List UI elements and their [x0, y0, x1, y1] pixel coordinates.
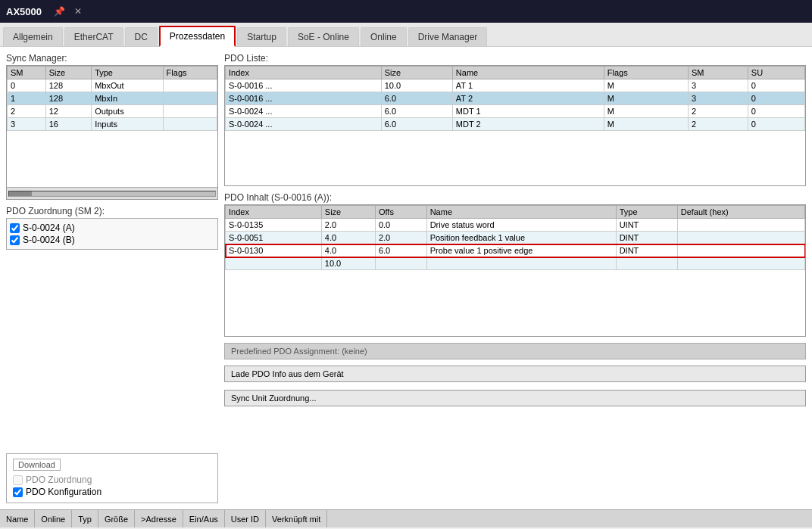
sm-cell: 128: [45, 79, 91, 92]
inhalt-col-index: Index: [226, 206, 322, 219]
pdo-zuordnung-section: PDO Zuordnung (SM 2): S-0-0024 (A) S-0-0…: [6, 206, 218, 250]
table-row[interactable]: 2 12 Outputs: [8, 105, 217, 118]
inhalt-cell: [677, 257, 804, 270]
status-typ: Typ: [72, 510, 98, 527]
pdo-cell: S-0-0024 ...: [226, 105, 382, 118]
scrollbar-thumb[interactable]: [9, 191, 32, 196]
inhalt-col-size: Size: [321, 206, 375, 219]
pdo-col-size: Size: [381, 67, 452, 79]
inhalt-cell: 6.0: [375, 244, 426, 257]
inhalt-cell: [375, 257, 426, 270]
inhalt-cell: [677, 219, 804, 232]
pdo-cell: 6.0: [381, 92, 452, 105]
pdo-col-name: Name: [452, 67, 604, 79]
inhalt-cell: S-0-0051: [226, 232, 322, 244]
window-title: AX5000: [6, 6, 42, 17]
lade-pdo-button[interactable]: Lade PDO Info aus dem Gerät: [224, 366, 806, 382]
inhalt-cell: 10.0: [321, 257, 375, 270]
pdo-inhalt-section: PDO Inhalt (S-0-0016 (A)): Index Size Of…: [224, 192, 806, 337]
pdo-liste-container[interactable]: Index Size Name Flags SM SU S-0-0016 ...…: [224, 65, 806, 186]
pdo-cell: 10.0: [381, 79, 452, 92]
table-row[interactable]: 3 16 Inputs: [8, 118, 217, 131]
status-einaus: Ein/Aus: [183, 510, 225, 527]
tab-dc[interactable]: DC: [125, 27, 158, 46]
pdo-cell: M: [604, 118, 688, 131]
pdo-col-index: Index: [226, 67, 382, 79]
pdo-assignment-box: S-0-0024 (A) S-0-0024 (B): [6, 218, 218, 250]
sync-manager-table-container: SM Size Type Flags 0 128 MbxOut: [6, 65, 218, 200]
inhalt-cell: S-0-0130: [226, 244, 322, 257]
table-row[interactable]: S-0-0016 ... 10.0 AT 1 M 3 0: [226, 79, 805, 92]
sm-col-sm: SM: [8, 67, 46, 79]
sm-cell: 0: [8, 79, 46, 92]
inhalt-cell: [616, 257, 677, 270]
pdo-cell: M: [604, 79, 688, 92]
inhalt-col-default: Default (hex): [677, 206, 804, 219]
pdo-cell: M: [604, 92, 688, 105]
sm-cell: MbxIn: [92, 92, 163, 105]
tab-prozessdaten[interactable]: Prozessdaten: [159, 26, 236, 47]
table-row[interactable]: S-0-0024 ... 6.0 MDT 1 M 2 0: [226, 105, 805, 118]
pdo-inhalt-container[interactable]: Index Size Offs Name Type Default (hex) …: [224, 204, 806, 337]
pdo-assignment-item-label-a: S-0-0024 (A): [23, 222, 75, 233]
inhalt-cell: 0.0: [375, 219, 426, 232]
pdo-cell: AT 1: [452, 79, 604, 92]
pdo-col-su: SU: [748, 67, 804, 79]
table-row[interactable]: S-0-0016 ... 6.0 AT 2 M 3 0: [226, 92, 805, 105]
sm-cell: 3: [8, 118, 46, 131]
pdo-cell: S-0-0016 ...: [226, 79, 382, 92]
inhalt-cell: S-0-0135: [226, 219, 322, 232]
tab-drive-manager[interactable]: Drive Manager: [408, 27, 488, 46]
table-row[interactable]: S-0-0024 ... 6.0 MDT 2 M 2 0: [226, 118, 805, 131]
sync-manager-label: Sync Manager:: [6, 53, 218, 64]
pdo-cell: 2: [688, 105, 748, 118]
right-panel: PDO Liste: Index Size Name Flags SM SU: [224, 53, 806, 503]
pin-icon[interactable]: 📌: [51, 5, 68, 18]
status-name: Name: [0, 510, 35, 527]
pdo-zuordnung-label: PDO Zuordnung (SM 2):: [6, 206, 218, 216]
download-label-pdo-konfiguration: PDO Konfiguration: [26, 487, 102, 497]
status-bar: Name Online Typ Größe >Adresse Ein/Aus U…: [0, 509, 812, 527]
sm-cell: 12: [45, 105, 91, 118]
pdo-inhalt-table: Index Size Offs Name Type Default (hex) …: [225, 205, 805, 270]
scrollbar-track[interactable]: [8, 191, 216, 197]
table-row[interactable]: S-0-0051 4.0 2.0 Position feedback 1 val…: [226, 232, 805, 244]
sm-cell: [163, 79, 217, 92]
download-checkbox-pdo-konfiguration[interactable]: [13, 487, 23, 497]
close-icon[interactable]: ✕: [71, 5, 85, 18]
download-label: Download: [13, 459, 61, 471]
tab-online[interactable]: Online: [361, 27, 407, 46]
pdo-cell: 6.0: [381, 105, 452, 118]
sync-unit-button[interactable]: Sync Unit Zuordnung...: [224, 390, 806, 406]
download-item-pdo-konfiguration: PDO Konfiguration: [13, 486, 211, 498]
tab-ethercat[interactable]: EtherCAT: [64, 27, 123, 46]
pdo-cell: AT 2: [452, 92, 604, 105]
pdo-cell: 0: [748, 118, 804, 131]
download-checkbox-pdo-zuordnung: [13, 475, 23, 485]
pdo-assignment-checkbox-a[interactable]: [10, 223, 20, 233]
sm-cell: Outputs: [92, 105, 163, 118]
pdo-cell: 0: [748, 105, 804, 118]
table-row[interactable]: 10.0: [226, 257, 805, 270]
tab-startup[interactable]: Startup: [237, 27, 286, 46]
inhalt-col-name: Name: [426, 206, 616, 219]
pdo-cell: 0: [748, 79, 804, 92]
table-row[interactable]: S-0-0135 2.0 0.0 Drive status word UINT: [226, 219, 805, 232]
pdo-col-flags: Flags: [604, 67, 688, 79]
inhalt-cell: 2.0: [375, 232, 426, 244]
sm-cell: MbxOut: [92, 79, 163, 92]
inhalt-cell: Drive status word: [426, 219, 616, 232]
pdo-liste-section: PDO Liste: Index Size Name Flags SM SU: [224, 53, 806, 186]
tab-allgemein[interactable]: Allgemein: [3, 27, 63, 46]
table-row[interactable]: 0 128 MbxOut: [8, 79, 217, 92]
pdo-assignment-checkbox-b[interactable]: [10, 235, 20, 245]
horizontal-scrollbar[interactable]: [7, 187, 217, 199]
sm-col-flags: Flags: [163, 67, 217, 79]
sm-cell: [163, 105, 217, 118]
table-row[interactable]: 1 128 MbxIn: [8, 92, 217, 105]
pdo-assignment-item-a: S-0-0024 (A): [10, 222, 214, 234]
tab-soe-online[interactable]: SoE - Online: [288, 27, 359, 46]
inhalt-cell: Probe value 1 positive edge: [426, 244, 616, 257]
sync-manager-scroll[interactable]: SM Size Type Flags 0 128 MbxOut: [7, 66, 217, 187]
table-row-highlighted[interactable]: S-0-0130 4.0 6.0 Probe value 1 positive …: [226, 244, 805, 257]
